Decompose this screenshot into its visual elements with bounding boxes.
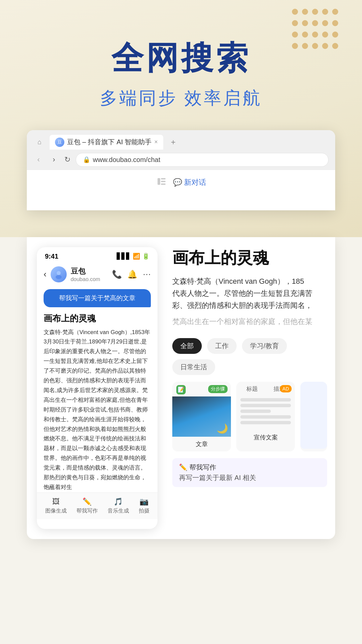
browser-home-button[interactable]: ⌂: [34, 136, 46, 148]
svg-rect-0: [158, 178, 160, 185]
dot-grid-decoration: [278, 7, 352, 67]
phone-icon[interactable]: 📞: [112, 270, 122, 279]
card-line-1: [240, 398, 291, 401]
moon-icon: 🌙: [217, 423, 228, 434]
card2-label: 宣传文案: [236, 430, 295, 445]
mute-icon[interactable]: 🔔: [127, 270, 137, 279]
cat-tab-education[interactable]: 学习/教育: [242, 338, 287, 354]
ssl-lock-icon: 🔒: [83, 156, 90, 163]
right-preview-text: 文森特·梵高（Vincent van Gogh），185代表人物之一。尽管他的一…: [172, 277, 312, 310]
card1-image: 🌙: [172, 396, 231, 437]
mobile-article-text: 文森特·梵高（Vincent van Gogh）,1853年3月30日生于荷兰,…: [44, 328, 151, 492]
user-message: 帮我写一篇关于梵高的文章: [59, 294, 135, 302]
mobile-article-content: 画布上的灵魂 文森特·梵高（Vincent van Gogh）,1853年3月3…: [37, 313, 158, 492]
help-write-section: ✏️ 帮我写作 再写一篇关于最新 AI 相关: [172, 458, 327, 487]
back-arrow-button[interactable]: ‹: [44, 269, 47, 279]
svg-point-4: [57, 271, 61, 275]
svg-rect-3: [161, 183, 166, 185]
more-icon[interactable]: ⋯: [143, 270, 151, 279]
bottom-item-photo[interactable]: 📷 拍摄: [139, 497, 149, 515]
right-article-fade: 梵高出生在一个相对富裕的家庭，但他在某: [172, 316, 327, 328]
card-line-2: [240, 404, 291, 407]
chat-icon: 💬: [173, 178, 182, 187]
write-icon: ✏️: [82, 497, 92, 506]
cat-tab-work[interactable]: 工作: [207, 338, 237, 354]
cat-tab-daily[interactable]: 日常生活: [172, 359, 215, 375]
address-bar[interactable]: 🔒 www.doubao.com/chat: [76, 153, 328, 167]
browser-tab[interactable]: 豆 豆包 – 抖音旗下 AI 智能助手 ×: [50, 135, 163, 150]
image-gen-icon: 🖼: [52, 497, 60, 506]
card1-icon: 📝: [176, 385, 186, 394]
battery-icon: 🔋: [142, 253, 149, 260]
right-article-title: 画布上的灵魂: [172, 247, 327, 269]
browser-toolbar: ‹ › ↻ 🔒 www.doubao.com/chat: [27, 150, 335, 170]
mobile-phone-panel: 9:41 ▋▋▋ 📶 🔋 ‹ 豆包 doubao.com 📞: [37, 247, 158, 529]
cat-tab-all[interactable]: 全部: [172, 338, 202, 354]
card-line-5: [240, 421, 291, 424]
tab-title: 豆包 – 抖音旗下 AI 智能助手: [67, 138, 152, 147]
help-write-text: 再写一篇关于最新 AI 相关: [179, 473, 320, 482]
card1-label: 文章: [172, 437, 231, 451]
image-gen-label: 图像生成: [45, 507, 67, 515]
wifi-icon: 📶: [133, 253, 140, 260]
status-icons: ▋▋▋ 📶 🔋: [117, 253, 149, 260]
svg-rect-1: [161, 178, 166, 179]
browser-window: ⌂ 豆 豆包 – 抖音旗下 AI 智能助手 × + ‹ › ↻ 🔒 www.do…: [27, 130, 335, 210]
browser-forward-button[interactable]: ›: [49, 155, 59, 164]
mobile-status-bar: 9:41 ▋▋▋ 📶 🔋: [37, 247, 158, 263]
chat-avatar: [51, 266, 67, 282]
bottom-item-write[interactable]: ✏️ 帮我写作: [76, 497, 98, 515]
browser-titlebar: ⌂ 豆 豆包 – 抖音旗下 AI 智能助手 × +: [27, 130, 335, 150]
right-article-preview: 文森特·梵高（Vincent van Gogh），185代表人物之一。尽管他的一…: [172, 275, 327, 312]
card2-badge: AD: [280, 385, 292, 392]
card-article[interactable]: 分步骤 📝 🌙 文章: [172, 382, 231, 451]
card2-col1: 标题: [240, 385, 264, 393]
mobile-time: 9:41: [45, 253, 58, 260]
svg-point-5: [56, 275, 62, 279]
tab-close-button[interactable]: ×: [154, 139, 158, 146]
bottom-item-image[interactable]: 🖼 图像生成: [45, 497, 67, 515]
music-label: 音乐生成: [108, 507, 129, 515]
mobile-chat-header: ‹ 豆包 doubao.com 📞 🔔 ⋯: [37, 263, 158, 286]
card-promo[interactable]: AD 标题 描述 宣传文案: [236, 382, 295, 451]
card-line-3: [240, 410, 271, 413]
chat-domain: doubao.com: [71, 276, 108, 282]
svg-rect-2: [161, 181, 166, 182]
new-chat-label: 新对话: [184, 177, 206, 187]
browser-content-bar: 💬 新对话: [27, 170, 335, 210]
category-tabs: 全部 工作 学习/教育 日常生活: [172, 338, 327, 375]
browser-refresh-button[interactable]: ↻: [64, 155, 70, 164]
content-cards: 分步骤 📝 🌙 文章 AD 标题 描述: [172, 382, 327, 451]
new-tab-button[interactable]: +: [167, 136, 179, 148]
signal-icon: ▋▋▋: [117, 253, 131, 260]
right-content-panel: 画布上的灵魂 文森特·梵高（Vincent van Gogh），185代表人物之…: [164, 237, 335, 539]
card2-lines: [236, 395, 295, 430]
tab-favicon: 豆: [55, 138, 64, 147]
main-content-area: 9:41 ▋▋▋ 📶 🔋 ‹ 豆包 doubao.com 📞: [27, 237, 335, 539]
chat-info: 豆包 doubao.com: [71, 266, 108, 282]
bottom-item-music[interactable]: 🎵 音乐生成: [108, 497, 129, 515]
write-pencil-icon: ✏️: [179, 463, 187, 471]
photo-label: 拍摄: [139, 507, 149, 515]
card1-badge: 分步骤: [208, 385, 228, 393]
card-extra[interactable]: [300, 382, 327, 451]
sidebar-toggle-button[interactable]: [156, 177, 167, 186]
browser-back-button[interactable]: ‹: [34, 155, 44, 164]
right-fade-text: 梵高出生在一个相对富裕的家庭，但他在某: [172, 317, 312, 326]
camera-icon: 📷: [139, 497, 148, 506]
hero-section: 全网搜索 多端同步 效率启航 ⌂ 豆 豆包 – 抖音旗下 AI 智能助手 × +…: [0, 0, 362, 237]
help-write-title: ✏️ 帮我写作: [179, 463, 320, 472]
new-chat-button[interactable]: 💬 新对话: [173, 177, 206, 187]
music-icon: 🎵: [114, 497, 123, 506]
header-actions: 📞 🔔 ⋯: [112, 270, 151, 279]
mobile-bottom-bar: 🖼 图像生成 ✏️ 帮我写作 🎵 音乐生成 📷 拍摄: [37, 492, 158, 519]
user-chat-bubble: 帮我写一篇关于梵高的文章: [44, 289, 151, 307]
help-write-title-text: 帮我写作: [189, 463, 216, 472]
write-label: 帮我写作: [76, 507, 98, 515]
address-text: www.doubao.com/chat: [93, 156, 160, 164]
card-line-4: [240, 415, 291, 419]
chat-name: 豆包: [71, 266, 108, 276]
hero-subtitle: 多端同步 效率启航: [13, 87, 349, 110]
mobile-article-title: 画布上的灵魂: [44, 313, 151, 324]
